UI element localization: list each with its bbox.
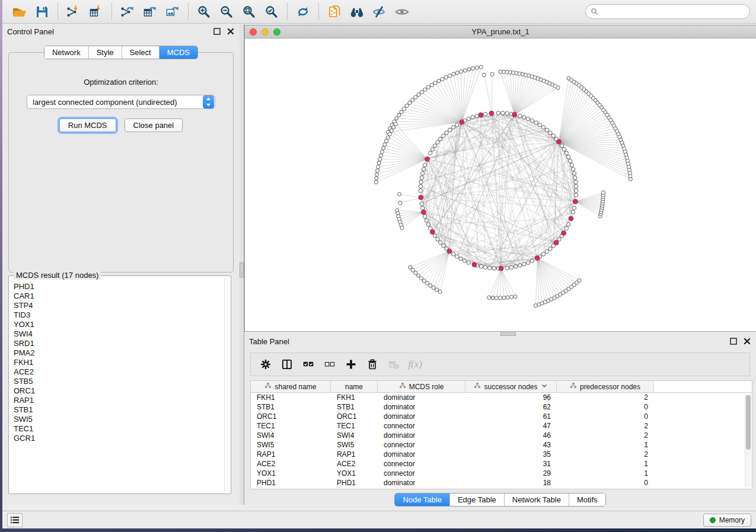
search-box[interactable]: [585, 4, 750, 19]
graph-node[interactable]: [448, 128, 452, 132]
graph-node[interactable]: [538, 123, 541, 127]
graph-node[interactable]: [518, 264, 522, 267]
graph-satellite-node[interactable]: [398, 193, 401, 196]
tab-network[interactable]: Network: [44, 46, 89, 59]
graph-node[interactable]: [522, 262, 526, 266]
graph-hub-node[interactable]: [573, 199, 578, 204]
select-all-icon[interactable]: [299, 355, 317, 373]
graph-node[interactable]: [483, 112, 487, 116]
graph-hub-node[interactable]: [499, 266, 503, 271]
graph-satellite-node[interactable]: [510, 295, 513, 299]
tab-style[interactable]: Style: [89, 46, 122, 59]
graph-node[interactable]: [426, 223, 430, 226]
import-network-icon[interactable]: [62, 2, 85, 21]
mcds-result-item[interactable]: CAR1: [11, 291, 224, 301]
graph-satellite-node[interactable]: [432, 286, 435, 289]
graph-satellite-node[interactable]: [398, 201, 402, 204]
hide-selected-icon[interactable]: [368, 2, 391, 21]
deselect-all-icon[interactable]: [321, 355, 339, 373]
graph-satellite-node[interactable]: [578, 278, 581, 282]
column-header-MCDS-role[interactable]: MCDS role: [378, 381, 465, 393]
graph-node[interactable]: [471, 116, 474, 119]
table-row[interactable]: ACE2ACE2connector311: [251, 459, 752, 469]
graph-satellite-node[interactable]: [433, 81, 437, 85]
column-header-shared-name[interactable]: shared name: [251, 381, 331, 393]
mcds-result-item[interactable]: GCR1: [11, 434, 224, 443]
graph-satellite-node[interactable]: [460, 70, 463, 73]
run-mcds-button[interactable]: Run MCDS: [59, 118, 116, 132]
gear-icon[interactable]: [257, 355, 275, 373]
graph-node[interactable]: [483, 265, 487, 269]
table-row[interactable]: RAP1RAP1dominator352: [251, 450, 752, 459]
save-icon[interactable]: [31, 2, 53, 21]
graph-node[interactable]: [509, 265, 513, 269]
graph-node[interactable]: [541, 252, 545, 256]
mcds-result-item[interactable]: TEC1: [11, 424, 224, 434]
graph-node[interactable]: [562, 148, 566, 151]
graph-satellite-node[interactable]: [392, 126, 395, 129]
graph-satellite-node[interactable]: [388, 132, 391, 136]
mcds-result-item[interactable]: ORC1: [11, 386, 224, 396]
graph-node[interactable]: [442, 244, 445, 248]
show-all-icon[interactable]: [391, 2, 413, 21]
graph-satellite-node[interactable]: [499, 70, 502, 73]
graph-node[interactable]: [420, 172, 424, 175]
mcds-result-item[interactable]: SRD1: [11, 339, 224, 348]
graph-node[interactable]: [459, 257, 462, 261]
graph-node[interactable]: [560, 144, 563, 148]
graph-satellite-node[interactable]: [567, 76, 570, 80]
add-icon[interactable]: [342, 355, 360, 373]
close-panel-button[interactable]: Close panel: [125, 118, 183, 132]
graph-node[interactable]: [569, 159, 572, 163]
graph-satellite-node[interactable]: [386, 136, 390, 139]
graph-node[interactable]: [422, 167, 425, 171]
graph-node[interactable]: [570, 163, 573, 166]
graph-satellite-node[interactable]: [601, 191, 605, 194]
graph-satellite-node[interactable]: [377, 161, 381, 165]
graph-hub-node[interactable]: [535, 256, 540, 261]
graph-node[interactable]: [433, 234, 436, 238]
graph-hub-node[interactable]: [569, 216, 573, 221]
graph-node[interactable]: [518, 114, 522, 118]
graph-hub-node[interactable]: [512, 113, 517, 117]
mcds-result-item[interactable]: TID3: [11, 310, 224, 320]
graph-satellite-node[interactable]: [426, 85, 430, 89]
table-row[interactable]: PHD1PHD1dominator180: [251, 478, 752, 488]
graph-satellite-node[interactable]: [495, 296, 498, 300]
graph-satellite-node[interactable]: [491, 296, 495, 300]
graph-satellite-node[interactable]: [381, 146, 385, 150]
delete-icon[interactable]: [363, 355, 381, 373]
graph-satellite-node[interactable]: [417, 93, 420, 97]
graph-satellite-node[interactable]: [379, 154, 382, 158]
maximize-window-button[interactable]: [273, 28, 280, 36]
tab-motifs[interactable]: Motifs: [569, 493, 605, 506]
close-panel-icon[interactable]: [227, 27, 235, 36]
column-header-successor-nodes[interactable]: successor nodes: [465, 381, 557, 393]
graph-hub-node[interactable]: [479, 113, 483, 117]
graph-node[interactable]: [575, 189, 578, 193]
graph-node[interactable]: [567, 223, 570, 226]
graph-node[interactable]: [522, 116, 526, 119]
graph-node[interactable]: [574, 184, 578, 188]
graph-node[interactable]: [574, 193, 578, 197]
graph-node[interactable]: [527, 261, 530, 264]
minimize-window-button[interactable]: [261, 28, 269, 36]
graph-satellite-node[interactable]: [405, 104, 409, 107]
export-table-icon[interactable]: [139, 2, 161, 21]
tab-network-table[interactable]: Network Table: [505, 493, 569, 506]
zoom-selected-icon[interactable]: [260, 2, 283, 21]
graph-satellite-node[interactable]: [420, 90, 423, 94]
graph-node[interactable]: [557, 238, 561, 241]
graph-node[interactable]: [425, 219, 428, 222]
graph-node[interactable]: [564, 151, 568, 155]
zoom-fit-icon[interactable]: [238, 2, 260, 21]
graph-node[interactable]: [492, 267, 496, 270]
graph-node[interactable]: [564, 226, 568, 230]
graph-node[interactable]: [419, 184, 422, 188]
graph-satellite-node[interactable]: [390, 129, 393, 132]
graph-satellite-node[interactable]: [430, 83, 433, 86]
graph-node[interactable]: [433, 144, 436, 148]
criterion-dropdown[interactable]: largest connected component (undirected): [27, 95, 215, 109]
graph-node[interactable]: [479, 265, 483, 268]
graph-satellite-node[interactable]: [490, 72, 494, 76]
